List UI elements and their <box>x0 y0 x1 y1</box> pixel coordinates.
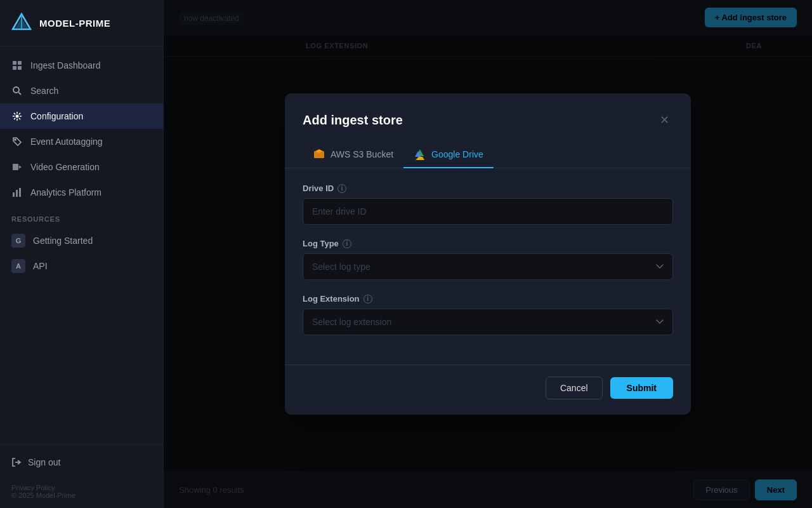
app-name: MODEL-PRIME <box>39 18 110 29</box>
sidebar-item-getting-started[interactable]: G Getting Started <box>0 228 163 253</box>
sidebar-item-video-generation[interactable]: Video Generation <box>0 154 163 180</box>
svg-rect-4 <box>18 61 22 65</box>
svg-marker-12 <box>19 166 22 169</box>
svg-point-10 <box>15 139 16 140</box>
sidebar-item-ingest-dashboard[interactable]: Ingest Dashboard <box>0 53 163 78</box>
analytics-icon <box>11 187 23 198</box>
avatar-api: A <box>11 259 25 273</box>
svg-rect-11 <box>13 164 18 170</box>
config-icon <box>11 110 23 122</box>
svg-rect-13 <box>13 192 15 197</box>
svg-point-7 <box>13 87 19 93</box>
modal-header: Add ingest store ✕ <box>285 93 691 129</box>
resource-label: Getting Started <box>33 236 93 246</box>
modal-body: Drive ID i Log Type i Select log type <box>285 168 691 364</box>
sign-out-button[interactable]: Sign out <box>11 453 152 471</box>
sidebar-item-analytics-platform[interactable]: Analytics Platform <box>0 180 163 205</box>
sidebar-item-label: Video Generation <box>30 162 100 172</box>
tag-icon <box>11 136 23 147</box>
privacy-policy-link[interactable]: Privacy Policy <box>11 484 152 491</box>
sidebar-item-api[interactable]: A API <box>0 253 163 279</box>
sidebar-item-label: Ingest Dashboard <box>30 60 101 70</box>
aws-s3-icon <box>313 148 325 161</box>
svg-point-9 <box>16 115 19 118</box>
tab-aws-label: AWS S3 Bucket <box>331 149 393 159</box>
search-icon <box>11 85 23 97</box>
modal-tabs: AWS S3 Bucket Google Drive <box>285 142 691 168</box>
video-icon <box>11 161 23 173</box>
svg-rect-5 <box>13 66 16 70</box>
resource-label: API <box>33 261 48 271</box>
sidebar-item-label: Analytics Platform <box>30 187 102 197</box>
sidebar-item-label: Event Autotagging <box>30 137 103 147</box>
google-drive-icon <box>414 148 426 161</box>
modal-close-button[interactable]: ✕ <box>655 111 673 129</box>
sidebar-item-label: Search <box>30 86 58 96</box>
svg-rect-14 <box>16 190 18 197</box>
sidebar-footer: Privacy Policy © 2025 Model-Prime <box>0 480 163 508</box>
drive-id-info-icon[interactable]: i <box>337 184 346 193</box>
svg-rect-6 <box>18 66 22 70</box>
dashboard-icon <box>11 60 23 71</box>
log-type-label: Log Type i <box>303 239 673 248</box>
log-type-select[interactable]: Select log type <box>303 253 673 280</box>
sign-out-icon <box>11 457 22 467</box>
log-type-info-icon[interactable]: i <box>343 239 351 248</box>
svg-line-8 <box>19 93 22 95</box>
drive-id-label: Drive ID i <box>303 184 673 193</box>
tab-gdrive-label: Google Drive <box>431 149 483 159</box>
tab-google-drive[interactable]: Google Drive <box>403 142 494 168</box>
cancel-button[interactable]: Cancel <box>546 377 603 399</box>
modal-title: Add ingest store <box>303 113 403 128</box>
logo-icon <box>10 11 33 34</box>
sidebar-item-configuration[interactable]: Configuration <box>0 104 163 129</box>
log-extension-group: Log Extension i Select log extension <box>303 294 673 335</box>
sidebar-item-event-autotagging[interactable]: Event Autotagging <box>0 129 163 154</box>
sidebar-navigation: Ingest Dashboard Search Configuration <box>0 46 163 444</box>
sidebar-item-search[interactable]: Search <box>0 78 163 104</box>
app-logo: MODEL-PRIME <box>0 0 163 46</box>
sidebar-item-label: Configuration <box>30 111 83 121</box>
modal-overlay[interactable]: Add ingest store ✕ AWS S3 Bucket <box>164 0 812 508</box>
tab-aws-s3[interactable]: AWS S3 Bucket <box>303 142 403 168</box>
sidebar-bottom: Sign out <box>0 444 163 480</box>
drive-id-input[interactable] <box>303 198 673 225</box>
svg-rect-15 <box>19 188 21 197</box>
copyright-text: © 2025 Model-Prime <box>11 491 152 499</box>
log-extension-info-icon[interactable]: i <box>363 295 372 304</box>
svg-rect-3 <box>13 61 16 65</box>
log-type-group: Log Type i Select log type <box>303 239 673 280</box>
drive-id-group: Drive ID i <box>303 184 673 225</box>
resources-header: Resources <box>0 205 163 228</box>
sidebar: MODEL-PRIME Ingest Dashboard Search <box>0 0 164 508</box>
add-ingest-store-modal: Add ingest store ✕ AWS S3 Bucket <box>285 93 691 415</box>
sign-out-label: Sign out <box>28 457 60 467</box>
log-extension-select[interactable]: Select log extension <box>303 309 673 335</box>
submit-button[interactable]: Submit <box>610 377 673 399</box>
modal-footer: Cancel Submit <box>285 364 691 415</box>
avatar-getting-started: G <box>11 234 25 248</box>
main-content: now deactivated + Add ingest store LOG E… <box>164 0 812 508</box>
log-extension-label: Log Extension i <box>303 294 673 304</box>
svg-marker-27 <box>416 157 424 160</box>
